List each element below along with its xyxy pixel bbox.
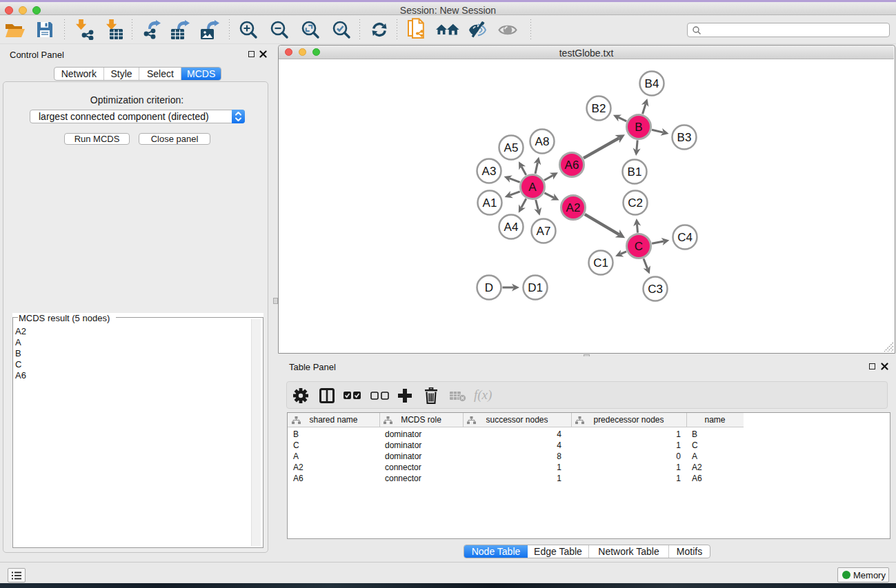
svg-text:A3: A3	[482, 165, 497, 178]
svg-text:A1: A1	[483, 196, 497, 210]
svg-text:C3: C3	[648, 283, 663, 296]
svg-text:C4: C4	[677, 231, 693, 244]
svg-text:B3: B3	[677, 131, 692, 144]
svg-text:A8: A8	[535, 135, 550, 148]
svg-text:A4: A4	[504, 221, 519, 234]
svg-text:A2: A2	[566, 201, 581, 214]
svg-text:B4: B4	[645, 77, 659, 90]
svg-text:C: C	[635, 240, 643, 253]
svg-text:A6: A6	[565, 159, 579, 172]
svg-text:D1: D1	[528, 281, 543, 294]
svg-text:A5: A5	[504, 141, 519, 154]
svg-text:C1: C1	[593, 256, 608, 270]
svg-text:B: B	[635, 121, 642, 134]
svg-text:B2: B2	[592, 102, 606, 115]
svg-text:D: D	[485, 281, 493, 294]
svg-text:B1: B1	[628, 165, 642, 179]
svg-text:C2: C2	[628, 196, 643, 210]
svg-text:A7: A7	[537, 225, 551, 238]
svg-text:A: A	[528, 181, 537, 194]
